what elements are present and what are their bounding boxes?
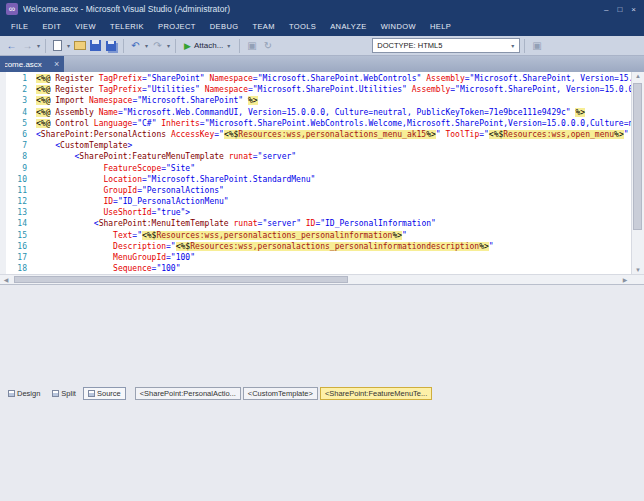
code-line-6[interactable]: <SharePoint:PersonalActions AccessKey="<… xyxy=(36,130,631,141)
menu-team[interactable]: TEAM xyxy=(245,18,281,36)
line-number: 12 xyxy=(6,197,32,208)
code-area[interactable]: <%@ Register TagPrefix="SharePoint" Name… xyxy=(36,74,631,274)
new-file-button[interactable] xyxy=(50,38,65,54)
tab-welcome-ascx[interactable]: Welcome.ascx × xyxy=(0,56,64,72)
code-line-7[interactable]: <CustomTemplate> xyxy=(36,141,631,152)
line-number: 14 xyxy=(6,219,32,230)
code-line-13[interactable]: UseShortId="true"> xyxy=(36,208,631,219)
attach-dropdown-icon[interactable]: ▾ xyxy=(227,42,230,49)
line-number: 10 xyxy=(6,175,32,186)
tab-label: Welcome.ascx xyxy=(5,60,42,69)
line-number: 17 xyxy=(6,253,32,264)
view-split-label: Split xyxy=(61,389,76,398)
tab-close-icon[interactable]: × xyxy=(54,60,59,69)
view-split-button[interactable]: Split xyxy=(47,387,81,400)
new-file-dropdown-icon[interactable]: ▾ xyxy=(67,42,70,49)
menu-bar: FILEEDITVIEWTELERIKPROJECTDEBUGTEAMTOOLS… xyxy=(0,18,644,36)
close-button[interactable]: × xyxy=(631,5,636,14)
navigate-back-icon[interactable]: ← xyxy=(4,38,19,54)
menu-view[interactable]: VIEW xyxy=(68,18,103,36)
toolbar-separator xyxy=(45,39,46,53)
vertical-scroll-track[interactable] xyxy=(632,79,644,267)
code-line-10[interactable]: Location="Microsoft.SharePoint.StandardM… xyxy=(36,175,631,186)
toolbar-misc-icon-2[interactable]: ▣ xyxy=(529,38,544,54)
code-line-18[interactable]: Sequence="100" xyxy=(36,264,631,274)
scroll-left-icon[interactable]: ◀ xyxy=(0,276,12,283)
redo-dropdown-icon[interactable]: ▾ xyxy=(167,42,170,49)
navigate-forward-icon[interactable]: → xyxy=(20,38,35,54)
undo-button[interactable]: ↶ xyxy=(128,38,143,54)
menu-help[interactable]: HELP xyxy=(423,18,458,36)
toolbar-separator xyxy=(239,39,240,53)
code-line-2[interactable]: <%@ Register TagPrefix="Utilities" Names… xyxy=(36,85,631,96)
menu-edit[interactable]: EDIT xyxy=(35,18,68,36)
menu-telerik[interactable]: TELERIK xyxy=(103,18,151,36)
line-number: 3 xyxy=(6,96,32,107)
code-line-4[interactable]: <%@ Assembly Name="Microsoft.Web.Command… xyxy=(36,108,631,119)
line-number: 4 xyxy=(6,108,32,119)
code-line-15[interactable]: Text="<%$Resources:wss,personalactions_p… xyxy=(36,231,631,242)
menu-analyze[interactable]: ANALYZE xyxy=(323,18,373,36)
code-line-8[interactable]: <SharePoint:FeatureMenuTemplate runat="s… xyxy=(36,152,631,163)
menu-tools[interactable]: TOOLS xyxy=(282,18,323,36)
menu-window[interactable]: WINDOW xyxy=(374,18,423,36)
save-all-icon xyxy=(106,41,116,51)
line-number: 16 xyxy=(6,242,32,253)
menu-project[interactable]: PROJECT xyxy=(151,18,203,36)
breadcrumb-item-2[interactable]: <CustomTemplate> xyxy=(243,387,318,400)
scroll-right-icon[interactable]: ▶ xyxy=(619,276,631,283)
doctype-dropdown-icon: ▾ xyxy=(511,42,514,49)
browser-sync-icon[interactable]: ↻ xyxy=(260,38,275,54)
toolbar-misc-icon-1[interactable]: ▣ xyxy=(244,38,259,54)
breadcrumb-item-1[interactable]: <SharePoint:PersonalActio... xyxy=(135,387,241,400)
horizontal-scroll-thumb[interactable] xyxy=(14,276,348,283)
vertical-scroll-thumb[interactable] xyxy=(633,83,642,230)
code-line-12[interactable]: ID="ID_PersonalActionMenu" xyxy=(36,197,631,208)
maximize-button[interactable]: □ xyxy=(617,5,622,14)
line-number: 18 xyxy=(6,264,32,274)
save-button[interactable] xyxy=(88,38,103,54)
breadcrumb-item-3[interactable]: <SharePoint:FeatureMenuTe... xyxy=(320,387,432,400)
line-number: 6 xyxy=(6,130,32,141)
view-source-icon xyxy=(88,390,95,397)
code-line-1[interactable]: <%@ Register TagPrefix="SharePoint" Name… xyxy=(36,74,631,85)
window-controls: – □ × xyxy=(604,5,638,14)
toolbar-separator xyxy=(123,39,124,53)
horizontal-scrollbar[interactable]: ◀ ▶ xyxy=(0,274,644,284)
open-file-button[interactable] xyxy=(72,38,87,54)
line-number: 8 xyxy=(6,152,32,163)
view-design-button[interactable]: Design xyxy=(3,387,45,400)
line-number: 11 xyxy=(6,186,32,197)
vertical-scrollbar[interactable]: ▲ ▼ xyxy=(631,72,644,274)
code-line-14[interactable]: <SharePoint:MenuItemTemplate runat="serv… xyxy=(36,219,631,230)
line-number: 7 xyxy=(6,141,32,152)
scroll-down-icon[interactable]: ▼ xyxy=(632,267,644,273)
code-line-11[interactable]: GroupId="PersonalActions" xyxy=(36,186,631,197)
code-line-5[interactable]: <%@ Control Language="C#" Inherits="Micr… xyxy=(36,119,631,130)
view-switcher: DesignSplitSource xyxy=(3,387,126,400)
view-source-label: Source xyxy=(97,389,121,398)
redo-button[interactable]: ↷ xyxy=(150,38,165,54)
title-bar: ∞ Welcome.ascx - Microsoft Visual Studio… xyxy=(0,0,644,18)
code-line-3[interactable]: <%@ Import Namespace="Microsoft.SharePoi… xyxy=(36,96,631,107)
open-folder-icon xyxy=(74,41,86,50)
minimize-button[interactable]: – xyxy=(604,5,608,14)
doctype-combobox[interactable]: DOCTYPE: HTML5 ▾ xyxy=(372,38,520,53)
code-line-16[interactable]: Description="<%$Resources:wss,personalac… xyxy=(36,242,631,253)
undo-dropdown-icon[interactable]: ▾ xyxy=(145,42,148,49)
view-source-button[interactable]: Source xyxy=(83,387,126,400)
line-number-gutter: 1234567891011121314151617181920212223242… xyxy=(6,74,32,274)
code-line-9[interactable]: FeatureScope="Site" xyxy=(36,164,631,175)
horizontal-scroll-track[interactable] xyxy=(12,275,619,284)
menu-file[interactable]: FILE xyxy=(4,18,35,36)
navigate-dropdown-icon[interactable]: ▾ xyxy=(37,42,40,49)
attach-label: Attach... xyxy=(194,41,223,50)
toolbar-separator xyxy=(524,39,525,53)
code-line-17[interactable]: MenuGroupId="100" xyxy=(36,253,631,264)
new-file-icon xyxy=(53,40,62,51)
menu-debug[interactable]: DEBUG xyxy=(203,18,246,36)
doctype-value: DOCTYPE: HTML5 xyxy=(377,41,442,50)
line-number: 5 xyxy=(6,119,32,130)
save-all-button[interactable] xyxy=(104,38,119,54)
attach-button[interactable]: ▶ Attach... ▾ xyxy=(180,38,235,54)
